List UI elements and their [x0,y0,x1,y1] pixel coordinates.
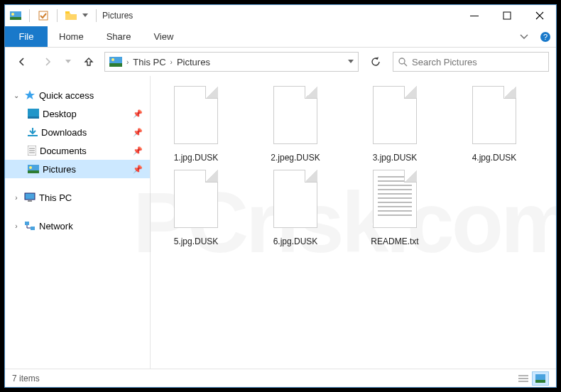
svg-rect-22 [28,170,39,173]
svg-rect-25 [28,200,32,202]
sidebar-item-documents[interactable]: Documents 📌 [5,141,150,160]
generic-file-icon [171,86,221,148]
app-icon [8,8,23,23]
sidebar-item-label: Documents [40,146,87,156]
file-item[interactable]: 6.jpg.DUSK [260,170,331,246]
network-label: Network [39,221,73,232]
generic-file-icon [370,86,420,148]
file-item[interactable]: 1.jpg.DUSK [160,86,232,163]
refresh-button[interactable] [364,52,387,72]
file-label: 1.jpg.DUSK [174,153,219,163]
sidebar-network[interactable]: › Network [5,217,150,235]
pictures-icon [28,165,39,173]
back-button[interactable] [12,52,32,72]
sidebar-this-pc[interactable]: › This PC [5,188,150,207]
file-label: 6.jpg.DUSK [273,236,318,246]
chevron-down-icon[interactable]: ⌄ [12,92,21,99]
search-icon [398,57,408,67]
svg-rect-5 [470,16,479,16]
pin-icon: 📌 [133,165,143,174]
sidebar: ⌄ Quick access Desktop 📌 Downloads 📌 Doc… [5,76,151,369]
svg-rect-32 [535,380,545,383]
window-title: Pictures [102,11,133,21]
sidebar-item-pictures[interactable]: Pictures 📌 [5,160,150,178]
file-item[interactable]: 3.jpg.DUSK [359,86,430,163]
chevron-right-icon[interactable]: › [12,222,21,230]
svg-point-23 [29,166,32,169]
breadcrumb-thispc[interactable]: This PC [133,57,165,67]
file-item[interactable]: 4.jpg.DUSK [459,86,530,163]
sidebar-quick-access[interactable]: ⌄ Quick access [5,86,150,104]
ribbon-tab-home[interactable]: Home [48,26,95,47]
help-icon[interactable]: ? [535,26,556,47]
pin-icon: 📌 [133,128,143,137]
generic-file-icon [469,86,519,148]
file-item[interactable]: 5.jpg.DUSK [160,170,232,246]
generic-file-icon [271,170,320,232]
file-item[interactable]: README.txt [359,170,430,246]
recent-dropdown-icon[interactable] [63,52,73,72]
search-input[interactable] [412,57,544,67]
svg-rect-24 [25,193,35,200]
svg-text:?: ? [543,33,548,41]
forward-button[interactable] [38,52,58,72]
svg-rect-6 [503,12,511,19]
icons-view-button[interactable] [532,371,549,386]
file-item[interactable]: 2.jpeg.DUSK [260,86,331,163]
chevron-right-icon[interactable]: › [170,58,173,66]
documents-icon [28,146,36,156]
network-icon [24,221,36,231]
svg-point-12 [399,58,405,64]
qat-properties-icon[interactable] [36,8,51,23]
up-button[interactable] [79,52,99,72]
sidebar-item-downloads[interactable]: Downloads 📌 [5,123,150,141]
qat-folder-icon[interactable] [63,8,79,23]
svg-line-13 [404,63,407,66]
star-icon [24,89,36,101]
details-view-button[interactable] [515,371,532,386]
ribbon-expand-icon[interactable] [513,26,535,47]
svg-point-11 [111,58,114,61]
item-count: 7 items [12,374,40,383]
chevron-right-icon[interactable]: › [126,58,129,66]
file-list[interactable]: PCrisk.com 1.jpg.DUSK2.jpeg.DUSK3.jpg.DU… [151,76,556,369]
file-label: 2.jpeg.DUSK [271,153,320,163]
location-pictures-icon [109,57,122,67]
svg-rect-26 [25,222,29,225]
svg-rect-15 [28,116,39,119]
generic-file-icon [271,86,320,148]
text-file-icon [370,170,420,232]
address-bar[interactable]: › This PC › Pictures [104,52,359,72]
svg-rect-14 [28,109,39,116]
quick-access-label: Quick access [39,90,94,101]
file-label: 5.jpg.DUSK [174,236,219,246]
chevron-right-icon[interactable]: › [12,194,21,202]
navbar: › This PC › Pictures [5,48,556,76]
breadcrumb-pictures[interactable]: Pictures [177,57,210,67]
file-menu[interactable]: File [5,26,48,47]
svg-rect-3 [39,11,48,20]
sidebar-item-label: Downloads [41,127,87,138]
pc-icon [24,192,36,202]
svg-rect-4 [65,11,70,13]
address-dropdown-icon[interactable] [348,60,354,64]
file-label: README.txt [371,236,418,246]
search-box[interactable] [393,52,549,72]
qat-dropdown-icon[interactable] [80,8,90,23]
svg-rect-27 [31,227,35,230]
file-label: 3.jpg.DUSK [373,153,418,163]
sidebar-item-label: Pictures [43,164,76,175]
pin-icon: 📌 [133,146,143,156]
explorer-window: Pictures File Home Share View ? › This P… [4,4,557,388]
minimize-button[interactable] [458,5,491,26]
ribbon-tab-share[interactable]: Share [95,26,143,47]
sidebar-item-desktop[interactable]: Desktop 📌 [5,104,150,123]
close-button[interactable] [523,5,556,26]
maximize-button[interactable] [491,5,523,26]
ribbon-tab-view[interactable]: View [142,26,185,47]
desktop-icon [28,109,39,119]
pin-icon: 📌 [133,109,143,119]
titlebar: Pictures [5,5,556,26]
generic-file-icon [171,170,221,232]
this-pc-label: This PC [39,192,72,203]
